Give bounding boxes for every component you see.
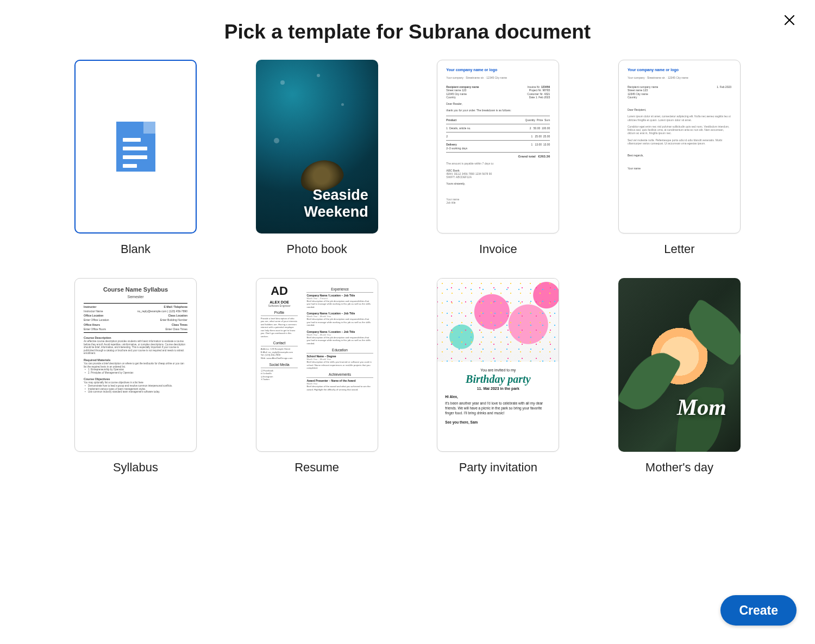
template-party-invitation[interactable]: You are invited to my Birthday party 11.… bbox=[437, 278, 559, 475]
template-label: Invoice bbox=[479, 242, 517, 256]
template-card: You are invited to my Birthday party 11.… bbox=[437, 278, 559, 452]
template-label: Blank bbox=[121, 242, 151, 256]
dialog-title: Pick a template for Subrana document bbox=[74, 21, 741, 43]
close-icon bbox=[783, 14, 796, 28]
template-label: Mother's day bbox=[645, 460, 713, 475]
template-mothers-day[interactable]: Mom Mother's day bbox=[618, 278, 741, 475]
template-card: Your company name or logo Your company ·… bbox=[437, 60, 559, 233]
photobook-overlay: Seaside Weekend bbox=[256, 187, 378, 233]
template-photo-book[interactable]: Seaside Weekend Photo book bbox=[256, 60, 378, 256]
create-button[interactable]: Create bbox=[720, 595, 797, 626]
template-label: Syllabus bbox=[113, 460, 158, 475]
template-card: AD ALEX DOE Software Engineer Profile Pr… bbox=[256, 278, 378, 452]
template-card: Course Name Syllabus Semester Instructor… bbox=[74, 278, 197, 452]
template-label: Resume bbox=[294, 460, 339, 475]
close-button[interactable] bbox=[779, 10, 800, 31]
template-resume[interactable]: AD ALEX DOE Software Engineer Profile Pr… bbox=[256, 278, 378, 475]
template-card: Mom bbox=[618, 278, 741, 452]
document-icon bbox=[116, 122, 155, 172]
template-blank[interactable]: Blank bbox=[74, 60, 197, 256]
template-card: Seaside Weekend bbox=[256, 60, 378, 233]
template-invoice[interactable]: Your company name or logo Your company ·… bbox=[437, 60, 559, 256]
template-syllabus[interactable]: Course Name Syllabus Semester Instructor… bbox=[74, 278, 197, 475]
template-card bbox=[74, 60, 197, 233]
template-label: Photo book bbox=[287, 242, 347, 256]
template-letter[interactable]: Your company name or logo Your company ·… bbox=[618, 60, 741, 256]
template-card: Your company name or logo Your company ·… bbox=[618, 60, 741, 233]
mom-overlay: Mom bbox=[677, 394, 726, 420]
template-label: Party invitation bbox=[459, 460, 537, 475]
party-donuts-image bbox=[437, 279, 559, 362]
template-label: Letter bbox=[664, 242, 694, 256]
template-grid: Blank Seaside Weekend Photo book Your co… bbox=[74, 60, 741, 475]
